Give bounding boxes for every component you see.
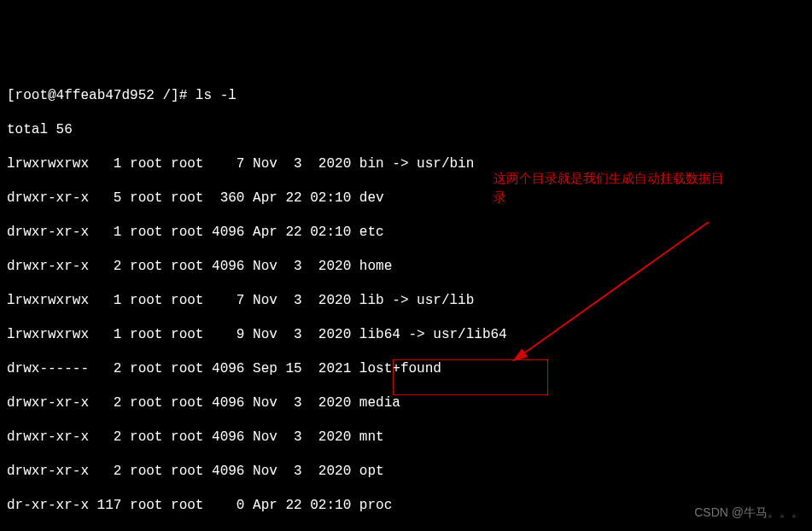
watermark: CSDN @牛马。。。 xyxy=(694,504,803,521)
prompt-host: root@4ffeab47d952 / xyxy=(15,88,171,103)
bracket-open: [ xyxy=(7,88,15,103)
prompt-line-1[interactable]: [root@4ffeab47d952 /]# ls -l xyxy=(7,87,805,104)
command: ls -l xyxy=(196,88,237,103)
listing-row: drwx------ 2 root root 4096 Sep 15 2021 … xyxy=(7,360,805,377)
listing-row: lrwxrwxrwx 1 root root 9 Nov 3 2020 lib6… xyxy=(7,326,805,343)
listing-row: dr-xr-xr-x 117 root root 0 Apr 22 02:10 … xyxy=(7,497,805,514)
listing-row: lrwxrwxrwx 1 root root 7 Nov 3 2020 lib … xyxy=(7,292,805,309)
listing-row: drwxr-xr-x 2 root root 4096 Nov 3 2020 m… xyxy=(7,429,805,446)
listing-row: drwxr-xr-x 1 root root 4096 Apr 22 02:10… xyxy=(7,224,805,241)
listing-row: drwxr-xr-x 2 root root 4096 Nov 3 2020 o… xyxy=(7,463,805,480)
annotation-line-1: 这两个目录就是我们生成自动挂载数据目 xyxy=(494,169,767,188)
annotation-line-2: 录 xyxy=(494,188,767,207)
listing-row: drwxr-xr-x 2 root root 4096 Nov 3 2020 m… xyxy=(7,394,805,411)
annotation-text: 这两个目录就是我们生成自动挂载数据目 录 xyxy=(494,169,767,207)
terminal[interactable]: [root@4ffeab47d952 /]# ls -l total 56 lr… xyxy=(0,68,812,531)
total-line: total 56 xyxy=(7,121,805,138)
listing-row: drwxr-xr-x 2 root root 4096 Nov 3 2020 h… xyxy=(7,258,805,275)
bracket-close: ]# xyxy=(171,88,196,103)
